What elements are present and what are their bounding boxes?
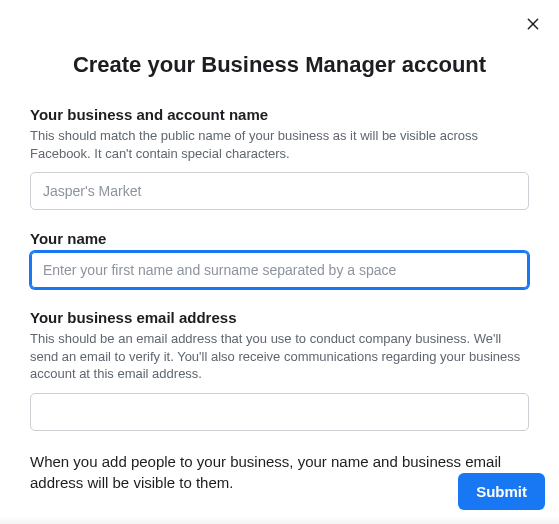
- business-name-label: Your business and account name: [30, 106, 529, 123]
- business-name-group: Your business and account name This shou…: [30, 106, 529, 210]
- footer-shadow: [0, 516, 559, 524]
- visibility-note: When you add people to your business, yo…: [30, 451, 529, 495]
- your-name-group: Your name: [30, 230, 529, 289]
- page-title: Create your Business Manager account: [30, 52, 529, 78]
- business-name-input[interactable]: [30, 172, 529, 210]
- submit-button[interactable]: Submit: [458, 473, 545, 510]
- email-label: Your business email address: [30, 309, 529, 326]
- email-input[interactable]: [30, 393, 529, 431]
- your-name-input[interactable]: [30, 251, 529, 289]
- email-group: Your business email address This should …: [30, 309, 529, 431]
- close-icon[interactable]: [525, 16, 541, 32]
- business-name-help: This should match the public name of you…: [30, 127, 529, 162]
- your-name-label: Your name: [30, 230, 529, 247]
- dialog-content: Create your Business Manager account You…: [0, 0, 559, 494]
- email-help: This should be an email address that you…: [30, 330, 529, 383]
